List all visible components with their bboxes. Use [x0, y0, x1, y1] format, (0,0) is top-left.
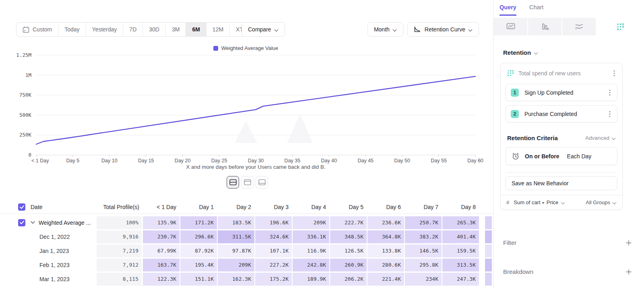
retention-cell[interactable]: 171.2K: [180, 216, 217, 229]
granularity-button[interactable]: Month: [367, 22, 403, 37]
retention-cell[interactable]: 87.92K: [180, 244, 217, 257]
retention-cell[interactable]: 222.7K: [330, 216, 367, 229]
range-custom[interactable]: Custom: [17, 23, 58, 36]
retention-cell[interactable]: 234K: [405, 273, 442, 286]
header-label: Day 6: [386, 204, 401, 210]
table-bottom-view-button[interactable]: [256, 176, 268, 189]
retention-cell[interactable]: 296.6K: [180, 230, 217, 243]
compare-button[interactable]: Compare: [242, 22, 285, 37]
retention-cell[interactable]: 401.4K: [442, 230, 479, 243]
x-axis-tick-label: Day 45: [357, 158, 374, 164]
retention-cell[interactable]: 162.3K: [218, 273, 254, 286]
retention-cell[interactable]: 133.8K: [367, 244, 404, 257]
range-7d[interactable]: 7D: [123, 23, 142, 36]
retention-cell[interactable]: 196.6K: [255, 216, 292, 229]
range-label: 30D: [149, 26, 159, 33]
y-axis-tick-label: 0: [28, 152, 31, 158]
retention-cell[interactable]: 230.7K: [143, 230, 180, 243]
retention-cell[interactable]: 146.5K: [405, 244, 442, 257]
retention-cell[interactable]: 364.8K: [367, 230, 404, 243]
retention-cell[interactable]: 97.87K: [218, 244, 254, 257]
retention-cell[interactable]: 175.2K: [255, 273, 292, 286]
behavior-step-2[interactable]: 2Purchase Completed: [506, 105, 617, 122]
line-chart-icon[interactable]: [494, 18, 528, 35]
total-profiles-cell: 100%: [97, 216, 142, 229]
retention-section-header[interactable]: Retention: [503, 49, 538, 56]
retention-criteria-row: Retention Criteria Advanced: [507, 135, 616, 141]
retention-cell[interactable]: 250.7K: [405, 216, 442, 229]
header-checkbox[interactable]: [18, 203, 25, 211]
retention-cell[interactable]: 221.4K: [367, 273, 404, 286]
header-date-cell: Date: [0, 203, 97, 211]
retention-cell[interactable]: 313.5K: [442, 259, 479, 271]
retention-cell[interactable]: 183.5K: [218, 216, 254, 229]
retention-cell[interactable]: 126.5K: [330, 244, 367, 257]
tab-chart[interactable]: Chart: [529, 4, 543, 16]
expand-chevron-icon[interactable]: [31, 221, 35, 224]
retention-cell[interactable]: 209K: [293, 216, 329, 229]
retention-cell[interactable]: 336.1K: [293, 230, 329, 243]
table-row: Mar 1, 20238,115122.3K151.1K162.3K175.2K…: [0, 272, 493, 286]
kebab-menu-icon[interactable]: [607, 89, 613, 96]
range-6m[interactable]: 6M: [186, 23, 206, 36]
step-number-badge: 1: [511, 89, 519, 97]
retention-condition[interactable]: On or Before Each Day: [506, 147, 617, 165]
row-label: Feb 1, 2023: [39, 262, 70, 268]
retention-cell[interactable]: 383.2K: [405, 230, 442, 243]
header-day-4: Day 4: [293, 203, 329, 211]
retention-cell[interactable]: 236.6K: [367, 216, 404, 229]
add-breakdown-button[interactable]: [625, 269, 632, 275]
kebab-menu-icon[interactable]: [611, 70, 617, 77]
retention-grid-icon[interactable]: [597, 18, 644, 35]
retention-cell[interactable]: 163.7K: [143, 259, 180, 271]
retention-cell[interactable]: 209K: [218, 259, 254, 271]
range-today[interactable]: Today: [58, 23, 85, 36]
retention-cell[interactable]: 107.1K: [255, 244, 292, 257]
groups-dropdown[interactable]: All Groups: [586, 199, 617, 205]
retention-cell[interactable]: 280.6K: [367, 259, 404, 271]
retention-cell[interactable]: 260.9K: [330, 259, 367, 271]
tab-query[interactable]: Query: [500, 4, 516, 16]
retention-cell[interactable]: 116.9K: [293, 244, 329, 257]
retention-cell[interactable]: 227.2K: [255, 259, 292, 271]
range-3m[interactable]: 3M: [165, 23, 186, 36]
retention-cell[interactable]: 135.9K: [143, 216, 180, 229]
behavior-step-1[interactable]: 1Sign Up Completed: [506, 84, 617, 101]
retention-cell[interactable]: 348.5K: [330, 230, 367, 243]
chart-legend[interactable]: Weighted Average Value: [36, 45, 455, 51]
retention-cell[interactable]: 195.4K: [180, 259, 217, 271]
add-filter-button[interactable]: [625, 240, 632, 246]
retention-cell[interactable]: 311.5K: [218, 230, 254, 243]
flow-chart-icon[interactable]: [562, 18, 597, 35]
chart-type-switcher: [494, 18, 644, 35]
retention-cell[interactable]: 159.5K: [442, 244, 479, 257]
range-yesterday[interactable]: Yesterday: [86, 23, 123, 36]
measure-dropdown[interactable]: Sum of cart ▸ Price: [514, 199, 565, 205]
retention-cell[interactable]: 324.6K: [255, 230, 292, 243]
range-30d[interactable]: 30D: [142, 23, 165, 36]
retention-cell[interactable]: 67.99K: [143, 244, 180, 257]
retention-cell[interactable]: 122.3K: [143, 273, 180, 286]
retention-cell-clipped: [485, 259, 492, 271]
split-view-button[interactable]: [227, 176, 239, 189]
row-checkbox[interactable]: [18, 219, 25, 226]
condition-value: Each Day: [567, 153, 592, 160]
weighted-average-line[interactable]: [36, 77, 475, 144]
header-day-1: Day 1: [180, 203, 217, 211]
retention-cell[interactable]: 206.2K: [330, 273, 367, 286]
retention-cell[interactable]: 242.8K: [293, 259, 329, 271]
advanced-dropdown[interactable]: Advanced: [585, 135, 616, 141]
chart-style-button[interactable]: Retention Curve: [407, 22, 479, 37]
range-12m[interactable]: 12M: [206, 23, 229, 36]
retention-cell[interactable]: 265.3K: [442, 216, 479, 229]
table-top-view-button[interactable]: [241, 176, 254, 189]
retention-cell[interactable]: 247.3K: [442, 273, 479, 286]
x-axis-tick-label: < 1 Day: [31, 158, 49, 164]
retention-cell[interactable]: 151.1K: [180, 273, 217, 286]
retention-cell[interactable]: 189.9K: [293, 273, 329, 286]
retention-cell[interactable]: 295.8K: [405, 259, 442, 271]
bar-chart-icon[interactable]: [528, 18, 562, 35]
retention-table: DateTotal Profile(s)< 1 DayDay 1Day 2Day…: [0, 201, 493, 286]
save-as-new-behavior-button[interactable]: Save as New Behavior: [506, 176, 617, 190]
kebab-menu-icon[interactable]: [607, 111, 613, 117]
